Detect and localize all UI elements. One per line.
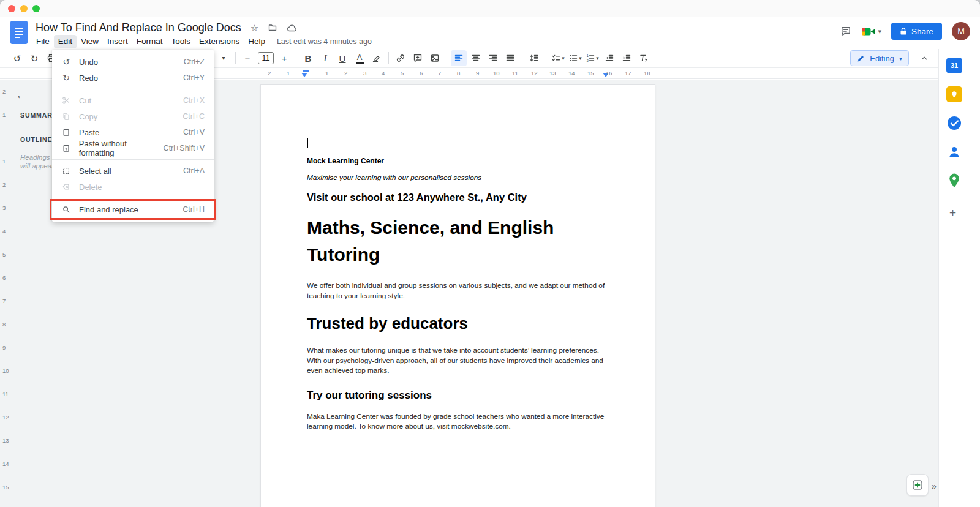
toolbar-separator	[296, 52, 296, 64]
underline-button[interactable]: U	[334, 50, 350, 66]
toolbar-separator	[388, 52, 389, 64]
move-folder-icon[interactable]	[268, 23, 277, 32]
account-avatar[interactable]: M	[952, 22, 970, 40]
calendar-icon[interactable]: 31	[945, 56, 963, 75]
checklist-button[interactable]: ▾	[550, 50, 566, 66]
hide-side-panel-chevron[interactable]: »	[932, 481, 937, 491]
doc-section-paragraph-2[interactable]: Maka Learning Center was founded by grad…	[307, 411, 608, 432]
doc-section-paragraph-1[interactable]: What makes our tutoring unique is that w…	[307, 345, 608, 376]
doc-location-heading[interactable]: Visit our school at 123 Anywhere St., An…	[307, 192, 609, 203]
bulleted-list-button[interactable]: ▾	[567, 50, 583, 66]
menu-format[interactable]: Format	[132, 35, 167, 48]
google-docs-logo-icon[interactable]	[10, 21, 28, 44]
menu-extensions[interactable]: Extensions	[195, 35, 244, 48]
toolbar-separator	[447, 52, 447, 64]
ruler-number: 3	[363, 70, 366, 77]
increase-font-size-button[interactable]: +	[276, 50, 292, 66]
justify-button[interactable]	[502, 50, 518, 66]
align-center-button[interactable]	[468, 50, 484, 66]
editing-mode-button[interactable]: Editing ▾	[850, 50, 909, 66]
menu-insert[interactable]: Insert	[103, 35, 132, 48]
quick-add-button[interactable]	[907, 474, 929, 496]
toolbar-separator	[235, 52, 236, 64]
insert-image-button[interactable]	[427, 50, 443, 66]
menu-item-delete[interactable]: Delete	[52, 179, 214, 195]
paste-without-formatting-icon	[60, 144, 72, 152]
menu-edit[interactable]: Edit	[54, 35, 77, 48]
clear-formatting-button[interactable]	[636, 50, 652, 66]
menu-item-select-all[interactable]: Select all Ctrl+A	[52, 163, 214, 179]
menu-item-paste[interactable]: Paste Ctrl+V	[52, 124, 214, 140]
font-dropdown-arrow[interactable]: ▾	[216, 50, 232, 66]
share-button[interactable]: Share	[891, 23, 942, 40]
ruler-number: 8	[2, 321, 6, 328]
document-title[interactable]: How To Find And Replace In Google Docs	[36, 21, 241, 34]
decrease-font-size-button[interactable]: −	[239, 50, 255, 66]
toolbar-separator	[546, 52, 546, 64]
menu-item-redo[interactable]: ↻ Redo Ctrl+Y	[52, 70, 214, 86]
rail-divider	[946, 198, 962, 198]
redo-button[interactable]: ↻	[26, 50, 42, 66]
numbered-list-button[interactable]: 12 ▾	[584, 50, 600, 66]
first-line-indent-marker[interactable]	[303, 70, 309, 72]
vertical-ruler[interactable]: 21123456789101112131415	[0, 80, 10, 507]
bold-button[interactable]: B	[300, 50, 316, 66]
menu-item-cut[interactable]: Cut Ctrl+X	[52, 92, 214, 108]
highlight-color-button[interactable]	[369, 50, 385, 66]
ruler-number: 11	[2, 391, 9, 397]
increase-indent-button[interactable]	[619, 50, 635, 66]
document-page[interactable]: Mock Learning Center Maximise your learn…	[260, 85, 655, 507]
doc-intro-paragraph[interactable]: We offer both individual and group sessi…	[307, 280, 608, 301]
align-left-button[interactable]	[451, 50, 467, 66]
menu-tools[interactable]: Tools	[167, 35, 195, 48]
menu-item-paste-without-formatting[interactable]: Paste without formatting Ctrl+Shift+V	[52, 140, 214, 156]
meet-dropdown-arrow[interactable]: ▾	[878, 28, 881, 36]
keep-icon[interactable]	[945, 85, 963, 103]
menu-view[interactable]: View	[77, 35, 103, 48]
collapse-toolbar-button[interactable]	[916, 50, 932, 66]
doc-tagline[interactable]: Maximise your learning with our personal…	[307, 173, 609, 182]
comment-history-icon[interactable]	[840, 26, 852, 37]
zoom-window-button[interactable]	[32, 5, 40, 12]
text-color-button[interactable]: A	[352, 50, 368, 66]
left-margin-marker[interactable]	[301, 73, 307, 77]
contacts-icon[interactable]	[945, 143, 963, 161]
font-size-input[interactable]: 11	[258, 52, 274, 64]
italic-button[interactable]: I	[317, 50, 333, 66]
menu-help[interactable]: Help	[244, 35, 270, 48]
insert-link-button[interactable]	[393, 50, 409, 66]
star-icon[interactable]: ☆	[251, 23, 258, 32]
doc-section-heading-1[interactable]: Trusted by educators	[307, 314, 609, 333]
titlebar	[0, 0, 980, 17]
menu-item-find-and-replace[interactable]: Find and replace Ctrl+H	[52, 201, 214, 217]
cloud-status-icon[interactable]	[287, 23, 297, 32]
checklist-dropdown-arrow[interactable]: ▾	[562, 56, 565, 61]
close-window-button[interactable]	[8, 5, 15, 12]
menu-item-undo[interactable]: ↺ Undo Ctrl+Z	[52, 54, 214, 70]
close-outline-button[interactable]: ←	[16, 89, 26, 102]
last-edit-status[interactable]: Last edit was 4 minutes ago	[277, 37, 372, 46]
line-spacing-button[interactable]	[526, 50, 542, 66]
meet-join-button[interactable]: ▾	[862, 26, 881, 37]
ruler-number: 10	[493, 70, 500, 77]
ruler-number: 14	[568, 70, 575, 77]
undo-icon: ↺	[60, 58, 72, 66]
numbered-list-dropdown-arrow[interactable]: ▾	[596, 56, 599, 61]
tasks-icon[interactable]	[945, 114, 963, 132]
ruler-number: 16	[606, 70, 612, 77]
decrease-indent-button[interactable]	[601, 50, 617, 66]
doc-section-heading-2[interactable]: Try our tutoring sessions	[307, 389, 609, 402]
get-add-ons-button[interactable]: +	[949, 206, 956, 220]
add-comment-button[interactable]	[410, 50, 426, 66]
menu-file[interactable]: File	[32, 35, 54, 48]
ruler-number: 6	[2, 274, 6, 281]
align-right-button[interactable]	[485, 50, 501, 66]
bulleted-list-dropdown-arrow[interactable]: ▾	[579, 56, 582, 61]
undo-button[interactable]: ↺	[9, 50, 25, 66]
doc-company-name[interactable]: Mock Learning Center	[307, 157, 609, 165]
maps-icon[interactable]	[945, 171, 963, 190]
menu-item-copy[interactable]: Copy Ctrl+C	[52, 108, 214, 124]
minimize-window-button[interactable]	[20, 5, 28, 12]
doc-main-title[interactable]: Maths, Science, and English Tutoring	[307, 214, 595, 268]
outline-hint-text: Headings t will appear	[20, 153, 54, 170]
